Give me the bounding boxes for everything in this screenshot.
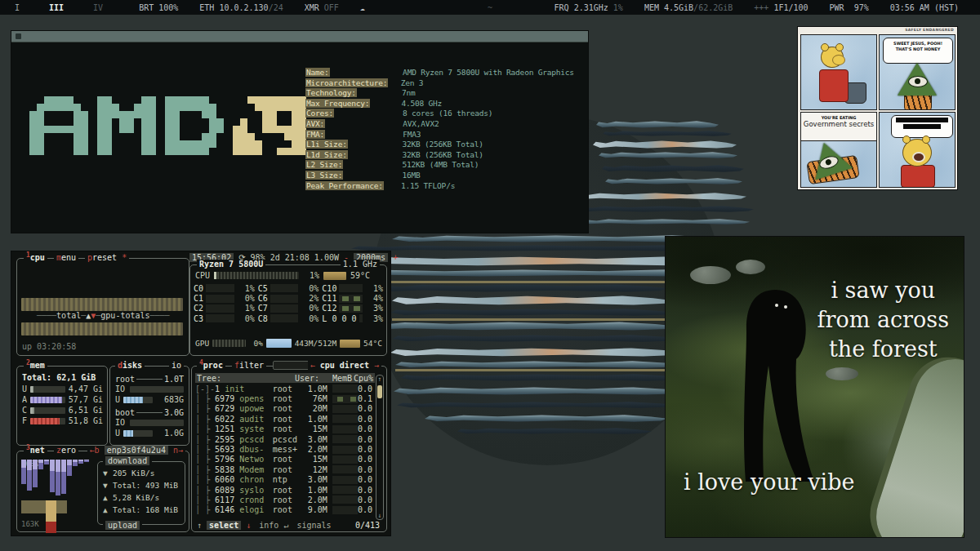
comic-bubble-text: SWEET JESUS, POOH! THAT'S NOT HONEY (884, 38, 952, 54)
cpufetch-row: Technology:7nm (305, 88, 574, 99)
core-usage-cell: C50% (258, 283, 319, 293)
terminal-icon (16, 33, 21, 39)
signals-control[interactable]: signals (296, 521, 331, 530)
core-usage-cell: C21% (194, 304, 255, 313)
process-row[interactable]: │ ├ 6146 elogiroot9.0M0.0 (195, 505, 375, 515)
core-usage-cell: C114% (322, 293, 383, 303)
network-panel: 3net zero ←b enp3s0f4u2u4 n→ 163K 163K d… (16, 451, 189, 532)
core-usage-cell: C10% (194, 293, 255, 303)
tab-cpu[interactable]: 1cpu (24, 253, 47, 262)
process-row[interactable]: │ ├ 5838 Modemroot12M0.0 (195, 464, 375, 474)
tab-net[interactable]: 3net (24, 446, 47, 455)
cpufetch-row: Max Frequency:4.508 GHz (305, 99, 574, 109)
cpufetch-row: Microarchitecture:Zen 3 (305, 78, 574, 89)
tab-mem[interactable]: 2mem (24, 361, 47, 370)
process-list[interactable]: [-]-1 initroot1.0M0.0│ ├ 6979 opensroot7… (195, 384, 375, 515)
cpufetch-row: FMA:FMA3 (305, 130, 574, 140)
comic-panel-3: YOU'RE EATING Government secrets (800, 112, 877, 188)
net-download-bar (21, 460, 26, 484)
process-panel: 4proc filter ← cpu direct → Tree: User: … (191, 366, 387, 532)
net-stats-box: download ▼205 KiB/s▼Total: 493 MiB▲5,28 … (97, 461, 185, 525)
net-upload-bar (46, 500, 56, 522)
tab-disks[interactable]: disks (115, 361, 145, 370)
uptime-text: up 03:20:58 (22, 342, 76, 351)
process-row[interactable]: │ ├ 5693 dbus-mess+2.0M0.0 (195, 444, 375, 454)
disks-panel: disks io root1.0TIOU683Gboot3.0GIOU1.0G (109, 366, 189, 446)
net-download-bar (44, 460, 49, 464)
cpu-usage-row: CPU 1% 59°C (195, 271, 382, 280)
terminal-titlebar[interactable] (11, 31, 588, 42)
proc-column-headers[interactable]: Tree: User: MemB Cpu% (195, 373, 375, 383)
terminal-window: Name:AMD Ryzen 7 5800U with Radeon Graph… (11, 31, 588, 233)
cpu-current-freq: 1.1 GHz (341, 260, 380, 269)
redacted-bar (903, 124, 941, 129)
net-scale-bottom: 163K (21, 520, 39, 528)
disk-io-row: IO (115, 384, 184, 393)
forest-caption-bottom: i love your vibe (684, 469, 854, 495)
core-usage-cell: L 0 0 03% (322, 313, 383, 323)
process-row[interactable]: │ ├ 2595 pcscdpcscd3.0M0.0 (195, 434, 375, 444)
process-row[interactable]: │ ├ 6022 auditroot1.0M0.0 (195, 414, 375, 424)
net-upload-bar (46, 522, 56, 533)
select-control[interactable]: ↑ select ↓ (197, 521, 251, 530)
core-usage-grid: C01%C10%C21%C30%C50%C62%C70%C80%C101%C11… (194, 283, 383, 324)
amd-letter (97, 96, 156, 155)
cpu-total-graph (21, 298, 183, 311)
pooh-shocked-mouth (912, 152, 925, 162)
process-row[interactable]: │ ├ 5796 Networoot15M0.0 (195, 455, 375, 464)
cpufetch-output: Name:AMD Ryzen 7 5800U with Radeon Graph… (305, 68, 574, 191)
preset-button[interactable]: preset * (85, 253, 129, 262)
focused-window-title: ~ (0, 3, 980, 12)
net-download-bar (84, 460, 89, 462)
process-row[interactable]: │ ├ 6089 sysloroot1.0M0.0 (195, 485, 375, 495)
core-usage-cell: C80% (258, 313, 319, 323)
cpufetch-row: L1i Size:32KB (256KB Total) (305, 140, 574, 150)
core-usage-cell: C101% (322, 283, 383, 293)
proc-filter-button[interactable]: filter (232, 361, 266, 370)
amd-letter (29, 96, 88, 155)
proc-scrollbar[interactable]: ↑ ↓ (376, 375, 384, 520)
gpu-mem-graph (266, 339, 292, 348)
net-download-bar (61, 460, 66, 494)
process-row[interactable]: │ ├ 6979 opensroot76M0.1 (195, 393, 375, 403)
disks-io-toggle[interactable]: io (169, 361, 184, 370)
disk-used-row: U1.0G (115, 429, 184, 438)
mem-meter-row: F51,8 Gi (22, 416, 103, 425)
scroll-up-icon[interactable]: ↑ (376, 375, 383, 383)
forest-meme-image: i saw you from across the forest i love … (666, 237, 964, 537)
disk-io-row: IO (115, 418, 184, 427)
cpufetch-row: AVX:AVX,AVX2 (305, 119, 574, 130)
net-download-bar (50, 460, 55, 492)
net-download-bar (27, 460, 32, 491)
memory-panel: 2mem Total: 62,1 GiB U4,47 GiA57,7 GiC6,… (16, 366, 108, 446)
glitch-strip (395, 369, 684, 371)
cpufetch-row: L1d Size:32KB (256KB Total) (305, 150, 574, 161)
core-usage-cell: C01% (194, 283, 255, 293)
process-row[interactable]: │ ├ 1251 systeroot15M0.0 (195, 424, 375, 434)
tab-proc[interactable]: 4proc (197, 361, 225, 370)
info-control[interactable]: info ↵ (259, 521, 288, 530)
comic-panel-2: SWEET JESUS, POOH! THAT'S NOT HONEY (879, 34, 956, 110)
core-usage-cell: C70% (258, 304, 319, 313)
gpu-total-graph (21, 322, 183, 335)
net-zero-button[interactable]: zero (54, 446, 78, 455)
cpu-model-title: Ryzen 7 5800U (197, 260, 265, 269)
cpufetch-row: L3 Size:16MB (305, 171, 574, 181)
graph-mode-toggle[interactable]: ────total─▲▼─gpu-totals──── (37, 311, 170, 320)
net-download-bar (38, 460, 43, 469)
menu-button[interactable]: m​enu (54, 253, 78, 262)
core-usage-cell: C123% (322, 304, 383, 313)
net-iface-switcher[interactable]: ←b enp3s0f4u2u4 n→ (87, 446, 185, 455)
cpu-temp-graph (323, 272, 346, 280)
cpufetch-row: Peak Performance:1.15 TFLOP/s (305, 181, 574, 192)
core-usage-cell: C30% (194, 313, 255, 323)
process-row[interactable]: │ ├ 6117 crondroot2.0M0.0 (195, 495, 375, 504)
process-row[interactable]: │ ├ 6729 upoweroot20M0.0 (195, 404, 375, 414)
process-row[interactable]: [-]-1 initroot1.0M0.0 (195, 384, 375, 393)
pooh-comic-image: SAFELY ENDANGERED SWEET JESUS, POOH! THA… (798, 27, 957, 189)
glitch-strip (392, 318, 678, 321)
process-row[interactable]: │ ├ 6060 chronntp3.0M0.0 (195, 475, 375, 485)
scroll-down-icon[interactable]: ↓ (376, 512, 383, 519)
terminal-body[interactable]: Name:AMD Ryzen 7 5800U with Radeon Graph… (11, 42, 588, 233)
proc-graph-mode[interactable]: ← cpu direct → (308, 361, 381, 370)
